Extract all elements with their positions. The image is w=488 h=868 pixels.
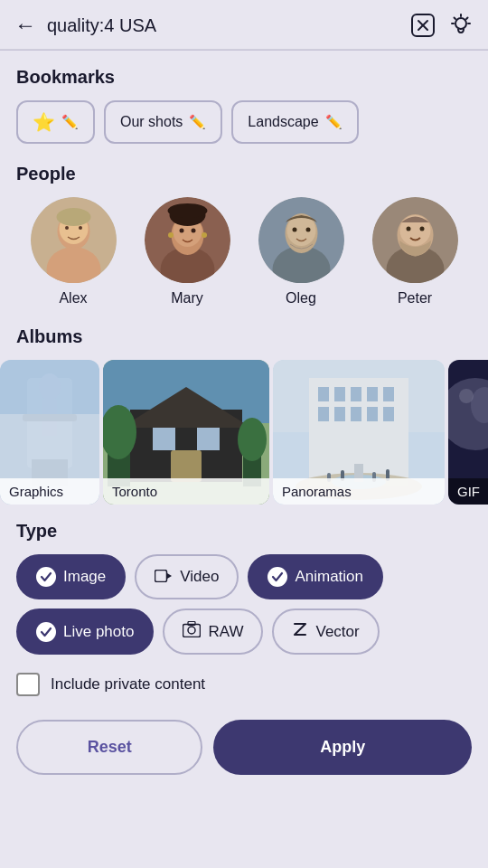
svg-rect-69 xyxy=(383,407,394,421)
svg-line-8 xyxy=(466,18,468,20)
bookmark-landscape[interactable]: Landscape ✏️ xyxy=(231,100,358,144)
clear-search-icon xyxy=(410,13,436,38)
svg-point-25 xyxy=(202,232,207,238)
album-toronto-label: Toronto xyxy=(103,478,269,505)
type-section: Type Image Video xyxy=(0,505,488,655)
svg-rect-66 xyxy=(334,407,345,421)
video-icon xyxy=(155,568,173,587)
bookmarks-title: Bookmarks xyxy=(16,67,472,88)
avatar-mary-img xyxy=(145,197,230,283)
svg-rect-63 xyxy=(367,387,378,401)
person-peter-name: Peter xyxy=(398,290,432,307)
svg-rect-64 xyxy=(383,387,394,401)
album-gif-label: GIF xyxy=(448,478,488,505)
person-alex-name: Alex xyxy=(59,290,87,307)
album-panoramas[interactable]: Panoramas xyxy=(273,360,445,505)
type-chip-animation[interactable]: Animation xyxy=(248,554,383,599)
back-button[interactable]: ← xyxy=(14,13,36,38)
private-content-checkbox[interactable] xyxy=(16,673,40,696)
edit-icon-2: ✏️ xyxy=(189,114,206,130)
type-video-label: Video xyxy=(180,568,219,586)
bulb-icon xyxy=(448,13,474,38)
clear-search-button[interactable] xyxy=(410,13,436,38)
svg-point-24 xyxy=(168,232,174,238)
check-icon-3 xyxy=(40,626,52,638)
bookmark-our-shots[interactable]: Our shots ✏️ xyxy=(104,100,222,144)
svg-rect-51 xyxy=(197,428,220,450)
avatar-peter xyxy=(372,197,458,283)
type-chip-raw[interactable]: RAW xyxy=(163,609,263,655)
svg-point-14 xyxy=(79,226,82,230)
checkmark-image xyxy=(36,567,56,587)
avatar-alex xyxy=(31,197,117,283)
check-icon-2 xyxy=(271,571,284,583)
raw-icon xyxy=(183,621,201,642)
header: ← quality:4 USA xyxy=(0,0,488,50)
bookmark-our-shots-label: Our shots xyxy=(120,114,183,130)
svg-rect-50 xyxy=(153,428,175,450)
svg-rect-62 xyxy=(351,387,361,401)
person-peter[interactable]: Peter xyxy=(372,197,458,307)
person-oleg[interactable]: Oleg xyxy=(258,197,344,307)
svg-point-37 xyxy=(419,227,424,231)
type-live-photo-label: Live photo xyxy=(63,623,134,641)
checkmark-animation xyxy=(267,567,287,587)
svg-point-23 xyxy=(167,203,207,218)
person-mary[interactable]: Mary xyxy=(145,197,230,307)
svg-point-3 xyxy=(455,18,466,29)
albums-title: Albums xyxy=(0,326,488,347)
svg-rect-81 xyxy=(155,570,167,581)
svg-rect-67 xyxy=(351,407,361,421)
album-graphics[interactable]: Graphics xyxy=(0,360,99,505)
svg-point-20 xyxy=(179,229,183,233)
checkmark-live-photo xyxy=(36,622,56,642)
svg-rect-52 xyxy=(171,450,202,482)
svg-point-84 xyxy=(188,627,195,634)
person-mary-name: Mary xyxy=(171,290,203,307)
svg-point-36 xyxy=(406,227,410,231)
album-graphics-label: Graphics xyxy=(0,478,99,505)
avatar-mary xyxy=(145,197,230,283)
type-chip-image[interactable]: Image xyxy=(16,554,126,599)
person-alex[interactable]: Alex xyxy=(31,197,117,307)
apply-button[interactable]: Apply xyxy=(213,720,472,775)
type-chip-video[interactable]: Video xyxy=(135,554,239,599)
star-icon: ⭐ xyxy=(33,111,55,133)
svg-rect-65 xyxy=(318,407,329,421)
vector-icon xyxy=(292,621,308,642)
reset-button[interactable]: Reset xyxy=(16,720,202,775)
svg-point-80 xyxy=(459,389,474,403)
person-oleg-name: Oleg xyxy=(286,290,316,307)
svg-point-56 xyxy=(238,418,267,461)
edit-icon-3: ✏️ xyxy=(325,114,343,130)
album-gif[interactable]: GIF xyxy=(448,360,488,505)
vector-z-icon xyxy=(292,621,308,637)
svg-point-31 xyxy=(305,228,310,232)
type-chips-row: Image Video Animation xyxy=(16,554,472,655)
people-row: Alex Mary xyxy=(16,197,472,310)
bookmark-landscape-label: Landscape xyxy=(248,114,318,130)
type-chip-live-photo[interactable]: Live photo xyxy=(16,609,154,655)
bulb-button[interactable] xyxy=(448,13,474,38)
albums-section: Albums Graphics xyxy=(0,310,488,505)
type-vector-label: Vector xyxy=(315,623,359,641)
edit-icon: ✏️ xyxy=(61,114,79,130)
avatar-oleg-img xyxy=(258,197,344,283)
svg-line-7 xyxy=(455,18,456,20)
check-icon xyxy=(40,571,52,583)
avatar-oleg xyxy=(258,197,344,283)
svg-point-15 xyxy=(56,208,90,226)
avatar-alex-img xyxy=(31,197,117,283)
video-play-icon xyxy=(155,570,173,582)
type-raw-label: RAW xyxy=(208,623,243,641)
svg-rect-44 xyxy=(0,360,99,414)
album-panoramas-label: Panoramas xyxy=(273,478,445,505)
people-title: People xyxy=(16,164,472,184)
raw-camera-icon xyxy=(183,621,201,637)
type-image-label: Image xyxy=(63,568,106,586)
bookmark-star[interactable]: ⭐ ✏️ xyxy=(16,100,95,144)
type-chip-vector[interactable]: Vector xyxy=(272,609,379,655)
private-content-label: Include private content xyxy=(51,675,205,693)
album-toronto[interactable]: Toronto xyxy=(103,360,269,505)
type-animation-label: Animation xyxy=(295,568,363,586)
